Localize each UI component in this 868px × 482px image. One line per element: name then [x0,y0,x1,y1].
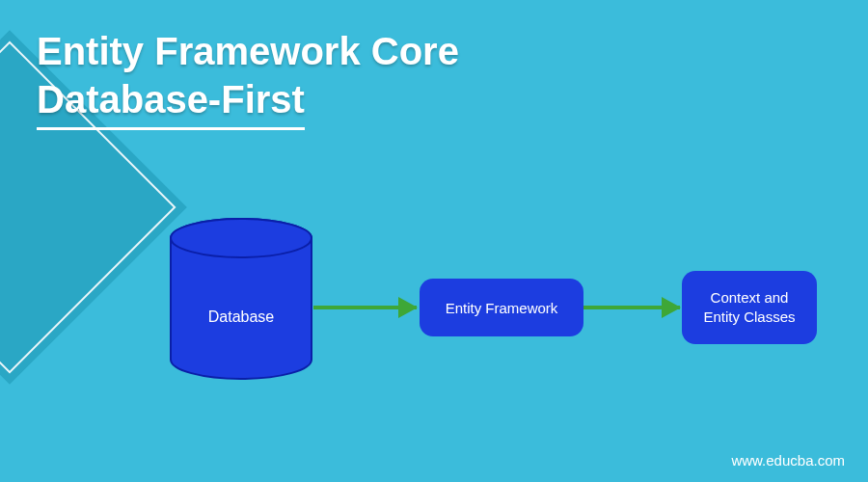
title-line-2-text: Database-First [37,75,305,130]
flow-diagram: Database Entity Framework Context and En… [169,217,825,400]
classes-label: Context and Entity Classes [703,288,795,328]
arrow-framework-to-classes [583,306,680,309]
title-line-1: Entity Framework Core [37,27,459,75]
footer-url: www.educba.com [731,452,845,469]
title-line-2: Database-First [37,75,459,130]
database-node: Database [169,217,313,381]
database-icon [169,217,313,381]
arrow-db-to-framework [313,306,417,309]
page-title: Entity Framework Core Database-First [37,27,459,130]
classes-node: Context and Entity Classes [682,271,817,344]
framework-label: Entity Framework [446,300,558,316]
database-label: Database [169,308,313,326]
svg-point-1 [171,219,312,257]
framework-node: Entity Framework [420,279,583,336]
